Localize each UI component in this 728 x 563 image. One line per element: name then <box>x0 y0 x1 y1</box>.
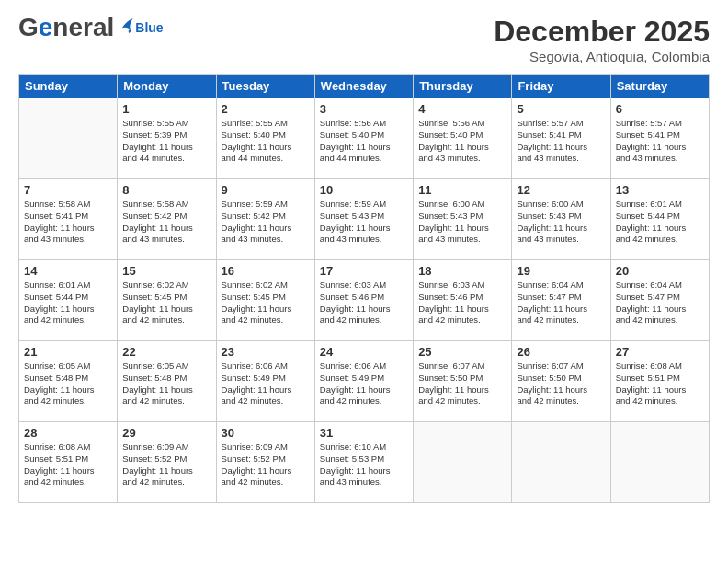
col-tuesday: Tuesday <box>216 75 314 98</box>
page: General Blue December 2025 Segovia, Anti… <box>0 0 728 563</box>
day-info: Sunrise: 6:01 AM Sunset: 5:44 PM Dayligh… <box>616 199 704 246</box>
day-info: Sunrise: 5:55 AM Sunset: 5:39 PM Dayligh… <box>122 118 210 165</box>
table-row: 27Sunrise: 6:08 AM Sunset: 5:51 PM Dayli… <box>610 341 709 422</box>
day-number: 22 <box>122 345 210 359</box>
table-row: 3Sunrise: 5:56 AM Sunset: 5:40 PM Daylig… <box>314 98 413 179</box>
day-number: 6 <box>616 102 704 116</box>
day-number: 18 <box>418 264 506 278</box>
table-row: 25Sunrise: 6:07 AM Sunset: 5:50 PM Dayli… <box>414 341 512 422</box>
calendar-week-row: 21Sunrise: 6:05 AM Sunset: 5:48 PM Dayli… <box>19 341 710 422</box>
day-info: Sunrise: 5:55 AM Sunset: 5:40 PM Dayligh… <box>222 118 310 165</box>
day-info: Sunrise: 5:58 AM Sunset: 5:41 PM Dayligh… <box>24 199 112 246</box>
day-number: 12 <box>517 183 605 197</box>
table-row: 11Sunrise: 6:00 AM Sunset: 5:43 PM Dayli… <box>414 179 512 260</box>
calendar-week-row: 14Sunrise: 6:01 AM Sunset: 5:44 PM Dayli… <box>19 260 710 341</box>
table-row: 17Sunrise: 6:03 AM Sunset: 5:46 PM Dayli… <box>314 260 413 341</box>
day-info: Sunrise: 6:02 AM Sunset: 5:45 PM Dayligh… <box>222 280 310 327</box>
table-row <box>19 98 118 179</box>
day-number: 26 <box>517 345 605 359</box>
table-row: 23Sunrise: 6:06 AM Sunset: 5:49 PM Dayli… <box>216 341 314 422</box>
table-row: 16Sunrise: 6:02 AM Sunset: 5:45 PM Dayli… <box>216 260 314 341</box>
day-info: Sunrise: 6:06 AM Sunset: 5:49 PM Dayligh… <box>222 361 310 408</box>
calendar-table: Sunday Monday Tuesday Wednesday Thursday… <box>18 74 710 503</box>
day-info: Sunrise: 6:00 AM Sunset: 5:43 PM Dayligh… <box>517 199 605 246</box>
col-friday: Friday <box>512 75 610 98</box>
bird-icon <box>117 16 137 36</box>
day-info: Sunrise: 6:07 AM Sunset: 5:50 PM Dayligh… <box>418 361 506 408</box>
day-info: Sunrise: 6:10 AM Sunset: 5:53 PM Dayligh… <box>320 442 408 488</box>
day-number: 29 <box>122 426 210 440</box>
day-info: Sunrise: 5:58 AM Sunset: 5:42 PM Dayligh… <box>122 199 210 246</box>
table-row: 19Sunrise: 6:04 AM Sunset: 5:47 PM Dayli… <box>512 260 610 341</box>
day-number: 27 <box>616 345 704 359</box>
day-info: Sunrise: 6:06 AM Sunset: 5:49 PM Dayligh… <box>320 361 408 408</box>
day-number: 1 <box>122 102 210 116</box>
table-row: 28Sunrise: 6:08 AM Sunset: 5:51 PM Dayli… <box>19 422 118 503</box>
day-info: Sunrise: 6:03 AM Sunset: 5:46 PM Dayligh… <box>418 280 506 327</box>
day-number: 15 <box>122 264 210 278</box>
day-number: 24 <box>320 345 408 359</box>
col-sunday: Sunday <box>19 75 118 98</box>
col-saturday: Saturday <box>610 75 709 98</box>
day-info: Sunrise: 5:56 AM Sunset: 5:40 PM Dayligh… <box>320 118 408 165</box>
col-monday: Monday <box>118 75 216 98</box>
day-number: 9 <box>222 183 310 197</box>
day-number: 28 <box>24 426 112 440</box>
calendar-header-row: Sunday Monday Tuesday Wednesday Thursday… <box>19 75 710 98</box>
table-row: 31Sunrise: 6:10 AM Sunset: 5:53 PM Dayli… <box>314 422 413 503</box>
calendar-week-row: 7Sunrise: 5:58 AM Sunset: 5:41 PM Daylig… <box>19 179 710 260</box>
day-info: Sunrise: 5:57 AM Sunset: 5:41 PM Dayligh… <box>616 118 704 165</box>
table-row: 20Sunrise: 6:04 AM Sunset: 5:47 PM Dayli… <box>610 260 709 341</box>
table-row: 12Sunrise: 6:00 AM Sunset: 5:43 PM Dayli… <box>512 179 610 260</box>
col-wednesday: Wednesday <box>314 75 413 98</box>
day-info: Sunrise: 5:56 AM Sunset: 5:40 PM Dayligh… <box>418 118 506 165</box>
day-number: 8 <box>122 183 210 197</box>
table-row: 1Sunrise: 5:55 AM Sunset: 5:39 PM Daylig… <box>118 98 216 179</box>
table-row: 5Sunrise: 5:57 AM Sunset: 5:41 PM Daylig… <box>512 98 610 179</box>
day-info: Sunrise: 6:04 AM Sunset: 5:47 PM Dayligh… <box>517 280 605 327</box>
day-info: Sunrise: 6:05 AM Sunset: 5:48 PM Dayligh… <box>122 361 210 408</box>
table-row <box>512 422 610 503</box>
day-info: Sunrise: 6:02 AM Sunset: 5:45 PM Dayligh… <box>122 280 210 327</box>
logo-blue-label: Blue <box>135 21 163 34</box>
day-info: Sunrise: 6:01 AM Sunset: 5:44 PM Dayligh… <box>24 280 112 327</box>
table-row: 10Sunrise: 5:59 AM Sunset: 5:43 PM Dayli… <box>314 179 413 260</box>
day-info: Sunrise: 6:08 AM Sunset: 5:51 PM Dayligh… <box>24 442 112 488</box>
logo: General Blue <box>18 15 164 40</box>
table-row: 21Sunrise: 6:05 AM Sunset: 5:48 PM Dayli… <box>19 341 118 422</box>
table-row: 13Sunrise: 6:01 AM Sunset: 5:44 PM Dayli… <box>610 179 709 260</box>
day-info: Sunrise: 6:03 AM Sunset: 5:46 PM Dayligh… <box>320 280 408 327</box>
day-number: 17 <box>320 264 408 278</box>
day-info: Sunrise: 5:57 AM Sunset: 5:41 PM Dayligh… <box>517 118 605 165</box>
table-row <box>414 422 512 503</box>
table-row: 6Sunrise: 5:57 AM Sunset: 5:41 PM Daylig… <box>610 98 709 179</box>
day-number: 7 <box>24 183 112 197</box>
day-info: Sunrise: 6:08 AM Sunset: 5:51 PM Dayligh… <box>616 361 704 408</box>
table-row: 30Sunrise: 6:09 AM Sunset: 5:52 PM Dayli… <box>216 422 314 503</box>
calendar-week-row: 1Sunrise: 5:55 AM Sunset: 5:39 PM Daylig… <box>19 98 710 179</box>
day-number: 4 <box>418 102 506 116</box>
month-title: December 2025 <box>494 15 710 49</box>
table-row: 8Sunrise: 5:58 AM Sunset: 5:42 PM Daylig… <box>118 179 216 260</box>
day-info: Sunrise: 6:09 AM Sunset: 5:52 PM Dayligh… <box>222 442 310 488</box>
day-number: 20 <box>616 264 704 278</box>
day-number: 31 <box>320 426 408 440</box>
table-row: 18Sunrise: 6:03 AM Sunset: 5:46 PM Dayli… <box>414 260 512 341</box>
table-row: 14Sunrise: 6:01 AM Sunset: 5:44 PM Dayli… <box>19 260 118 341</box>
day-info: Sunrise: 6:05 AM Sunset: 5:48 PM Dayligh… <box>24 361 112 408</box>
table-row: 2Sunrise: 5:55 AM Sunset: 5:40 PM Daylig… <box>216 98 314 179</box>
day-info: Sunrise: 6:00 AM Sunset: 5:43 PM Dayligh… <box>418 199 506 246</box>
table-row: 15Sunrise: 6:02 AM Sunset: 5:45 PM Dayli… <box>118 260 216 341</box>
day-number: 16 <box>222 264 310 278</box>
day-number: 30 <box>222 426 310 440</box>
table-row: 4Sunrise: 5:56 AM Sunset: 5:40 PM Daylig… <box>414 98 512 179</box>
day-number: 14 <box>24 264 112 278</box>
table-row: 29Sunrise: 6:09 AM Sunset: 5:52 PM Dayli… <box>118 422 216 503</box>
table-row: 9Sunrise: 5:59 AM Sunset: 5:42 PM Daylig… <box>216 179 314 260</box>
table-row: 7Sunrise: 5:58 AM Sunset: 5:41 PM Daylig… <box>19 179 118 260</box>
location: Segovia, Antioquia, Colombia <box>494 49 710 64</box>
table-row: 26Sunrise: 6:07 AM Sunset: 5:50 PM Dayli… <box>512 341 610 422</box>
table-row: 22Sunrise: 6:05 AM Sunset: 5:48 PM Dayli… <box>118 341 216 422</box>
day-info: Sunrise: 6:07 AM Sunset: 5:50 PM Dayligh… <box>517 361 605 408</box>
header: General Blue December 2025 Segovia, Anti… <box>18 15 710 64</box>
